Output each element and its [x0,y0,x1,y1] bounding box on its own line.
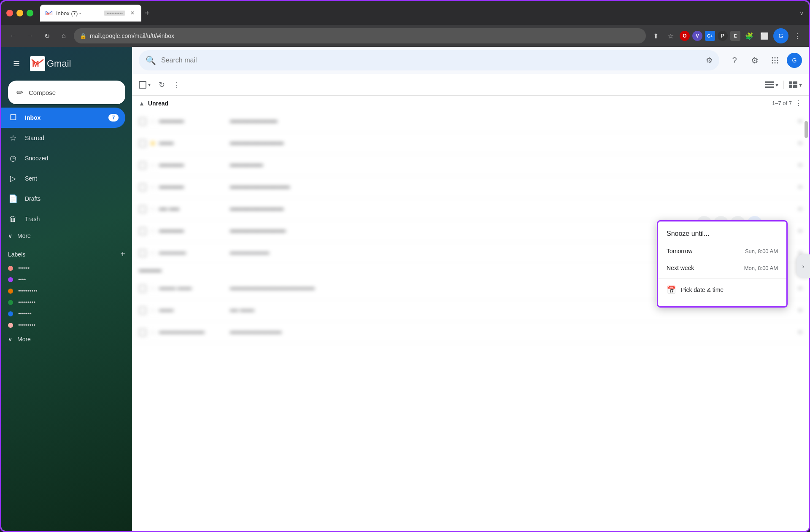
google-ext-icon[interactable]: G+ [705,31,715,41]
compact-view-button[interactable]: ▾ [765,81,778,88]
sidebar-more-button[interactable]: ∨ More [1,229,132,243]
email-checkbox-1[interactable] [139,140,146,147]
select-all-checkbox[interactable] [139,81,146,89]
label-item-3[interactable]: ••••••••• [8,297,125,308]
svg-rect-19 [789,85,792,88]
section-count: 1–7 of 7 [772,100,792,106]
ext-icon-1[interactable]: E [730,31,740,41]
browser-tab-gmail[interactable]: M Inbox (7) - •••••••••• ✕ [40,5,141,22]
email-star-6[interactable]: ☆ [150,249,156,257]
gmail-favicon: M [45,9,53,17]
browser-toolbar: ← → ↻ ⌂ 🔒 mail.google.com/mail/u/0/#inbo… [1,25,809,47]
split-view-button[interactable]: ⬜ [758,30,771,42]
tab-list-arrow[interactable]: ∨ [799,10,804,16]
browser-more-button[interactable]: ⋮ [791,30,804,42]
snooze-option-nextweek[interactable]: Next week Mon, 8:00 AM [658,259,786,276]
email-checkbox-4[interactable] [139,205,146,213]
email-row-3[interactable]: ☆ •••••••••••• •••••••••••••••••••••••••… [132,176,809,198]
label-name-2: •••••••••• [18,288,38,294]
trash-icon: 🗑 [8,215,18,224]
labels-header: Labels + [8,246,125,262]
compose-button[interactable]: ✏ Compose [8,81,125,104]
new-tab-button[interactable]: + [145,8,150,18]
opera-ext-icon[interactable]: O [680,31,690,41]
puzzle-ext-icon[interactable]: 🧩 [743,30,756,42]
settings-button[interactable]: ⚙ [746,52,763,69]
tab-close-button[interactable]: ✕ [129,9,136,17]
email-star-s2-2[interactable]: ☆ [150,328,156,336]
grid-view-button[interactable]: ▾ [789,81,802,88]
maximize-window-button[interactable] [27,10,33,16]
reload-button[interactable]: ↻ [40,29,54,43]
email-star-2[interactable]: ☆ [150,161,156,169]
email-checkbox-s2-2[interactable] [139,329,146,336]
svg-text:M: M [46,12,49,16]
grid-chevron-icon: ▾ [799,81,802,88]
sidebar-menu-button[interactable]: ☰ [8,55,25,72]
email-row-2[interactable]: ☆ •••••••••••• •••••••••••••••• •• [132,154,809,176]
label-item-1[interactable]: •••• [8,274,125,285]
google-apps-button[interactable] [767,52,783,69]
email-subject-2: •••••••••••••••• [230,162,773,169]
label-item-4[interactable]: ••••••• [8,308,125,319]
search-bar[interactable]: 🔍 ⚙ [139,50,719,70]
sidebar-item-starred[interactable]: ☆ Starred [1,128,125,148]
email-row-0[interactable]: ☆ •••••••••••• ••••••••••••••••••••••• •… [132,111,809,132]
sidebar-item-sent[interactable]: ▷ Sent [1,168,125,189]
sent-icon: ▷ [8,174,18,183]
email-checkbox-s2-1[interactable] [139,307,146,314]
sidebar-labels-more-button[interactable]: ∨ More [1,332,132,346]
email-star-5[interactable]: ☆ [150,227,156,235]
back-button[interactable]: ← [6,29,20,43]
email-star-1[interactable]: ★ [150,139,156,147]
home-button[interactable]: ⌂ [57,29,70,43]
scrollbar-thumb[interactable] [805,121,808,138]
snooze-pick-datetime[interactable]: 📅 Pick date & time [658,280,786,300]
section-title-unread: Unread [148,100,769,107]
email-star-3[interactable]: ☆ [150,183,156,191]
more-actions-button[interactable]: ⋮ [169,77,184,92]
email-row-1[interactable]: ★ ••••••• •••••••••••••••••••••••••• •• [132,132,809,154]
search-input[interactable] [161,57,701,64]
label-item-5[interactable]: ••••••••• [8,319,125,331]
email-checkbox-5[interactable] [139,227,146,235]
refresh-button[interactable]: ↻ [154,77,169,92]
email-star-s2-0[interactable]: ☆ [150,284,156,292]
email-star-0[interactable]: ☆ [150,117,156,125]
label-name-0: •••••• [18,265,30,271]
tab-url-blurred: •••••••••• [104,11,125,16]
select-all-area[interactable]: ▾ [139,81,151,89]
select-dropdown-arrow[interactable]: ▾ [148,82,151,88]
sidebar-item-drafts[interactable]: 📄 Drafts [1,189,125,209]
share-button[interactable]: ⬆ [649,30,662,42]
sidebar-item-snoozed[interactable]: ◷ Snoozed [1,148,125,168]
section-more-icon[interactable]: ⋮ [795,99,802,107]
email-checkbox-3[interactable] [139,184,146,191]
address-bar[interactable]: 🔒 mail.google.com/mail/u/0/#inbox [74,28,646,43]
section-collapse-icon[interactable]: ▲ [139,100,145,107]
labels-add-button[interactable]: + [120,249,125,259]
search-filter-icon[interactable]: ⚙ [706,56,713,65]
sidebar-item-trash[interactable]: 🗑 Trash [1,209,125,229]
email-checkbox-s2-0[interactable] [139,285,146,292]
profile-ext-icon[interactable]: P [718,31,728,41]
email-checkbox-2[interactable] [139,162,146,169]
user-avatar-button[interactable]: G [787,53,802,68]
email-star-s2-1[interactable]: ☆ [150,306,156,314]
email-checkbox-0[interactable] [139,118,146,125]
bookmark-button[interactable]: ☆ [664,30,677,42]
close-window-button[interactable] [6,10,13,16]
sidebar-item-inbox[interactable]: ☐ Inbox 7 [1,108,125,128]
label-item-0[interactable]: •••••• [8,262,125,274]
minimize-window-button[interactable] [16,10,23,16]
label-item-2[interactable]: •••••••••• [8,285,125,297]
snooze-option-tomorrow[interactable]: Tomorrow Sun, 8:00 AM [658,243,786,259]
sidebar-collapse-button[interactable]: › [796,254,809,278]
email-checkbox-6[interactable] [139,249,146,257]
forward-button[interactable]: → [23,29,37,43]
vpn-ext-icon[interactable]: V [692,31,702,41]
email-row-s2-2[interactable]: ☆ •••••••••••••••••••••• •••••••••••••••… [132,321,809,343]
email-star-4[interactable]: ☆ [150,205,156,213]
help-button[interactable]: ? [726,52,743,69]
browser-profile-avatar[interactable]: G [773,28,788,43]
